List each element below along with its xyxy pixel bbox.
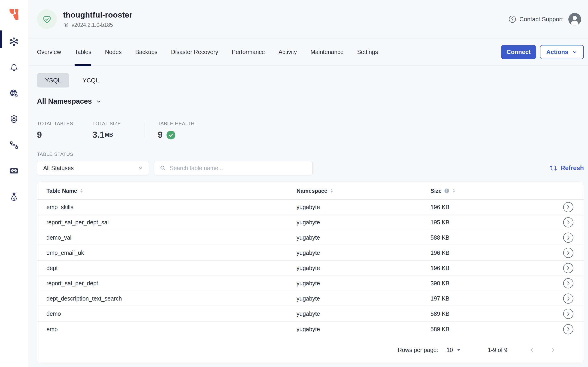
clusters-icon [9,37,19,46]
tab-bar: OverviewTablesNodesBackupsDisaster Recov… [28,39,588,66]
namespace-selector[interactable]: All Namespaces [37,97,102,106]
stat-total-tables: TOTAL TABLES 9 [37,121,92,140]
refresh-label: Refresh [561,165,584,172]
namespace-selector-label: All Namespaces [37,97,92,106]
table-name-cell: demo [46,310,297,317]
sidebar-item-security-shield[interactable] [0,106,28,132]
actions-button[interactable]: Actions [540,45,584,59]
contact-support-link[interactable]: Contact Support [508,15,563,23]
namespace-cell: yugabyte [297,326,430,333]
sidebar-item-global-config[interactable] [0,80,28,106]
chevron-right-icon[interactable] [563,233,573,243]
sidebar-item-alerts-bell[interactable] [0,54,28,80]
size-cell: 390 KB [430,280,549,287]
table-status-select[interactable]: All Statuses [37,161,149,175]
rows-per-page-value: 10 [446,347,453,353]
namespace-cell: yugabyte [297,234,430,241]
global-config-icon [9,89,19,98]
sidebar-item-integrations-flow[interactable] [0,132,28,158]
tab-overview[interactable]: Overview [37,39,61,66]
table-row[interactable]: demo_valyugabyte588 KB [37,230,584,245]
sort-icon [330,188,333,193]
column-header-namespace[interactable]: Namespace [297,188,430,194]
chevron-right-icon[interactable] [563,248,573,258]
labs-flask-icon [9,192,19,201]
search-input[interactable] [170,165,308,172]
api-toggle-ycql[interactable]: YCQL [75,73,107,87]
security-shield-icon [9,115,19,124]
check-icon [167,131,175,139]
table-header-row: Table NameNamespaceSize [37,182,584,200]
api-toggle-ysql[interactable]: YSQL [37,73,69,87]
tab-nodes[interactable]: Nodes [105,39,121,66]
column-header-size[interactable]: Size [430,188,549,194]
tab-backups[interactable]: Backups [135,39,158,66]
previous-page-button[interactable] [529,346,536,353]
page-title: thoughtful-rooster [63,10,132,19]
namespace-cell: yugabyte [297,280,430,287]
filter-row: All Statuses [37,161,584,175]
chevron-right-icon[interactable] [563,278,573,289]
table-row[interactable]: report_sal_per_deptyugabyte390 KB [37,276,584,291]
tab-tables[interactable]: Tables [75,39,91,66]
sidebar-item-labs-flask[interactable] [0,184,28,209]
table-row[interactable]: dept_description_text_searchyugabyte197 … [37,291,584,306]
table-status-label: TABLE STATUS [37,151,584,157]
info-icon[interactable] [444,188,449,193]
cluster-header: thoughtful-rooster v2024.2.1.0-b185 [28,0,588,39]
sidebar-item-clusters[interactable] [0,29,28,54]
tab-settings[interactable]: Settings [357,39,378,66]
dropdown-arrow-icon [457,349,460,351]
cluster-health-badge [37,9,57,29]
table-name-cell: dept [46,265,297,271]
next-page-button[interactable] [549,346,556,353]
size-cell: 588 KB [430,234,549,241]
table-row[interactable]: report_sal_per_dept_salyugabyte195 KB [37,215,584,230]
contact-support-label: Contact Support [520,16,563,23]
user-avatar[interactable] [568,13,581,26]
column-label: Size [430,188,442,194]
chevron-right-icon[interactable] [563,324,573,334]
table-row[interactable]: emp_skillsyugabyte196 KB [37,200,584,215]
chevron-right-icon[interactable] [563,309,573,319]
tab-activity[interactable]: Activity [279,39,297,66]
stat-unit: MB [105,132,113,138]
column-label: Table Name [46,188,77,194]
size-cell: 196 KB [430,250,549,256]
table-row[interactable]: emp_email_ukyugabyte196 KB [37,245,584,261]
version-label: v2024.2.1.0-b185 [72,22,113,28]
search-box [154,161,313,175]
rows-per-page-select[interactable]: 10 [446,347,460,353]
layers-icon [63,22,69,28]
table-row[interactable]: empyugabyte589 KB [37,322,584,337]
chevron-right-icon[interactable] [563,202,573,212]
page-range: 1-9 of 9 [488,347,507,353]
table-name-cell: report_sal_per_dept [46,280,297,287]
stat-label: TOTAL TABLES [37,121,92,126]
table-row[interactable]: deptyugabyte196 KB [37,261,584,276]
integrations-flow-icon [9,140,19,150]
heart-check-icon [42,14,52,25]
tab-maintenance[interactable]: Maintenance [310,39,343,66]
namespace-cell: yugabyte [297,204,430,210]
column-header-table-name[interactable]: Table Name [46,188,297,194]
size-cell: 195 KB [430,219,549,226]
chevron-down-icon [95,98,102,105]
table-row[interactable]: demoyugabyte589 KB [37,306,584,322]
tab-disaster-recovery[interactable]: Disaster Recovery [171,39,218,66]
tab-performance[interactable]: Performance [232,39,265,66]
connect-button[interactable]: Connect [501,45,536,59]
stat-table-health: TABLE HEALTH 9 [146,121,201,140]
version-row: v2024.2.1.0-b185 [63,22,132,28]
yugabyte-logo[interactable] [0,0,28,29]
chevron-right-icon[interactable] [563,293,573,304]
refresh-button[interactable]: Refresh [549,164,584,172]
table-name-cell: emp_skills [46,204,297,210]
stat-value: 9 [158,130,162,140]
chevron-right-icon[interactable] [563,217,573,228]
chevron-right-icon[interactable] [563,263,573,273]
table-name-cell: emp_email_uk [46,250,297,256]
table-name-cell: emp [46,326,297,333]
connect-button-label: Connect [507,49,531,56]
sidebar-item-billing[interactable] [0,158,28,184]
